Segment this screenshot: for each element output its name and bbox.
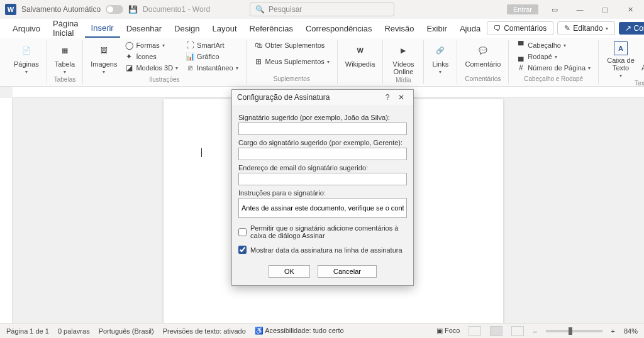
video-icon: ▶ (394, 41, 412, 59)
language-status[interactable]: Português (Brasil) (99, 327, 154, 335)
links-button[interactable]: 🔗Links▾ (429, 40, 452, 76)
dialog-close-button[interactable]: ✕ (394, 93, 408, 102)
signature-setup-dialog: Configuração de Assinatura ? ✕ Signatári… (231, 89, 414, 286)
zoom-slider[interactable] (546, 330, 602, 332)
vertical-ruler[interactable] (0, 98, 13, 323)
accessibility-label: Acessibilidade: tudo certo (265, 327, 343, 334)
share-button[interactable]: ↗ Compartilhamento ▾ (619, 22, 644, 35)
maximize-button[interactable]: ▢ (596, 6, 614, 14)
close-button[interactable]: ✕ (621, 6, 639, 14)
obter-suplementos-button[interactable]: 🛍Obter Suplementos (252, 40, 332, 50)
wordart-button[interactable]: A▾ (640, 52, 644, 62)
comments-button[interactable]: 🗨 Comentários (487, 21, 553, 35)
grafico-label: Gráfico (197, 53, 219, 60)
signin-button[interactable]: Entrar (507, 4, 538, 14)
tab-design[interactable]: Design (168, 20, 206, 37)
save-icon[interactable]: 💾 (128, 5, 138, 14)
caixa-texto-button[interactable]: ACaixa de Texto▾ (604, 40, 638, 80)
header-icon: ▀ (516, 41, 525, 50)
icones-button[interactable]: ✦Ícones (122, 52, 180, 62)
cabecalho-label: Cabeçalho (528, 41, 561, 49)
rodape-button[interactable]: ▄Rodapé ▾ (514, 52, 593, 62)
group-texto: Texto (635, 80, 644, 87)
print-layout-button[interactable] (490, 326, 502, 336)
store-icon: 🛍 (254, 41, 263, 50)
zoom-level[interactable]: 84% (624, 327, 638, 335)
show-date-checkbox[interactable] (238, 246, 247, 254)
cabecalho-button[interactable]: ▀Cabeçalho ▾ (514, 40, 593, 50)
tab-referencias[interactable]: Referências (243, 20, 299, 37)
videos-online-button[interactable]: ▶Vídeos Online (388, 40, 418, 77)
pages-icon: 📄 (18, 41, 35, 59)
allow-comments-checkbox[interactable] (238, 228, 247, 236)
foco-label: Foco (445, 327, 460, 334)
search-box[interactable]: 🔍 Pesquisar (250, 3, 394, 16)
instructions-input[interactable] (238, 198, 407, 218)
tab-arquivo[interactable]: Arquivo (6, 20, 47, 37)
tab-revisao[interactable]: Revisão (378, 20, 420, 37)
word-app-icon: W (5, 4, 16, 15)
minimize-button[interactable]: — (571, 6, 589, 13)
zoom-out-button[interactable]: – (533, 327, 536, 335)
group-comentarios: Comentários (465, 75, 501, 84)
grafico-button[interactable]: 📊Gráfico (183, 52, 241, 62)
accessibility-status[interactable]: ♿ Acessibilidade: tudo certo (255, 327, 344, 335)
focus-mode[interactable]: ▣ Foco (436, 327, 460, 335)
modelos3d-button[interactable]: ◪Modelos 3D ▾ (122, 63, 180, 73)
email-input[interactable] (238, 173, 407, 185)
signer-title-label: Cargo do signatário sugerido (por exempl… (238, 139, 407, 146)
editing-button[interactable]: ✎ Editando ▾ (557, 21, 614, 35)
meus-suplementos-label: Meus Suplementos (265, 58, 325, 65)
comentario-button[interactable]: 💬Comentário (462, 40, 503, 69)
imagens-label: Imagens (91, 60, 117, 68)
group-midia: Mídia (396, 77, 411, 85)
signer-label: Signatário sugerido (por exemplo, João d… (238, 114, 407, 121)
wikipedia-button[interactable]: WWikipedia (343, 40, 378, 69)
tab-layout[interactable]: Layout (206, 20, 243, 37)
text-predictions-status[interactable]: Previsões de texto: ativado (163, 327, 246, 335)
comment-icon: 💬 (474, 41, 492, 59)
tab-inserir[interactable]: Inserir (85, 19, 120, 38)
word-count[interactable]: 0 palavras (58, 327, 90, 335)
page-status[interactable]: Página 1 de 1 (6, 327, 49, 335)
tab-exibir[interactable]: Exibir (420, 20, 453, 37)
instantaneo-button[interactable]: ⎚Instantâneo ▾ (183, 63, 241, 73)
ribbon-display-icon[interactable]: ▭ (546, 6, 564, 14)
3d-icon: ◪ (125, 63, 133, 72)
wikipedia-icon: W (352, 41, 369, 59)
numero-pagina-label: Número de Página (528, 64, 586, 72)
group-empty2 (440, 76, 441, 84)
ok-button[interactable]: OK (269, 265, 310, 278)
meus-suplementos-button[interactable]: ⊞Meus Suplementos ▾ (252, 57, 332, 67)
obter-suplementos-label: Obter Suplementos (265, 41, 325, 49)
smartart-button[interactable]: ⛶SmartArt (183, 40, 241, 50)
signer-input[interactable] (238, 123, 407, 135)
dropcap-button[interactable]: A≣▾ (640, 63, 644, 73)
zoom-in-button[interactable]: + (611, 327, 615, 335)
formas-button[interactable]: ◯Formas ▾ (122, 40, 180, 50)
tabela-button[interactable]: ▦Tabela▾ (52, 40, 77, 76)
read-mode-button[interactable] (469, 326, 481, 336)
quick-parts-button[interactable]: ▤▾ (640, 40, 644, 50)
imagens-button[interactable]: 🖼Imagens▾ (88, 40, 119, 76)
tab-pagina-inicial[interactable]: Página Inicial (47, 15, 84, 41)
dialog-help-button[interactable]: ? (380, 93, 394, 102)
instructions-label: Instruções para o signatário: (238, 189, 407, 197)
tab-desenhar[interactable]: Desenhar (120, 20, 168, 37)
formas-label: Formas (136, 41, 159, 49)
tab-correspondencias[interactable]: Correspondências (299, 20, 379, 37)
show-date-checkbox-row[interactable]: Mostrar data da assinatura na linha de a… (238, 246, 407, 254)
wikipedia-label: Wikipedia (345, 60, 375, 68)
numero-pagina-button[interactable]: #Número de Página ▾ (514, 63, 593, 73)
paginas-button[interactable]: 📄Páginas▾ (11, 40, 42, 76)
cancel-button[interactable]: Cancelar (318, 265, 377, 278)
menu-tabs: Arquivo Página Inicial Inserir Desenhar … (0, 19, 644, 38)
web-layout-button[interactable] (511, 326, 524, 336)
chart-icon: 📊 (186, 52, 194, 61)
signer-title-input[interactable] (238, 148, 407, 160)
icones-label: Ícones (136, 53, 156, 60)
allow-comments-checkbox-row[interactable]: Permitir que o signatário adicione comen… (238, 224, 407, 239)
text-cursor (201, 148, 202, 157)
autosave-toggle[interactable] (106, 5, 123, 14)
tab-ajuda[interactable]: Ajuda (453, 20, 487, 37)
